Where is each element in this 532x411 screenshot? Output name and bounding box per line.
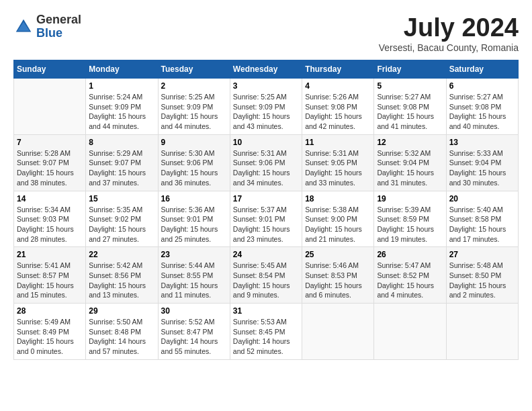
day-info: Sunrise: 5:31 AM Sunset: 9:06 PM Dayligh…: [233, 148, 299, 188]
day-number: 5: [377, 81, 443, 91]
calendar-cell: 7Sunrise: 5:28 AM Sunset: 9:07 PM Daylig…: [14, 134, 86, 191]
calendar-cell: 1Sunrise: 5:24 AM Sunset: 9:09 PM Daylig…: [86, 79, 158, 135]
calendar-cell: 22Sunrise: 5:42 AM Sunset: 8:56 PM Dayli…: [86, 247, 158, 304]
day-number: 25: [305, 250, 371, 259]
day-info: Sunrise: 5:27 AM Sunset: 9:08 PM Dayligh…: [377, 92, 443, 132]
calendar-cell: 2Sunrise: 5:25 AM Sunset: 9:09 PM Daylig…: [158, 79, 230, 135]
day-info: Sunrise: 5:38 AM Sunset: 9:00 PM Dayligh…: [305, 205, 371, 244]
header-day-monday: Monday: [86, 60, 158, 79]
day-info: Sunrise: 5:25 AM Sunset: 9:09 PM Dayligh…: [233, 92, 299, 132]
day-number: 30: [161, 306, 227, 316]
day-number: 26: [377, 250, 443, 259]
calendar-header: SundayMondayTuesdayWednesdayThursdayFrid…: [14, 60, 519, 79]
day-info: Sunrise: 5:25 AM Sunset: 9:09 PM Dayligh…: [161, 92, 227, 132]
calendar-cell: 11Sunrise: 5:31 AM Sunset: 9:05 PM Dayli…: [302, 134, 374, 191]
day-info: Sunrise: 5:29 AM Sunset: 9:07 PM Dayligh…: [89, 148, 154, 188]
calendar-cell: 5Sunrise: 5:27 AM Sunset: 9:08 PM Daylig…: [374, 79, 446, 135]
calendar-cell: 25Sunrise: 5:46 AM Sunset: 8:53 PM Dayli…: [302, 247, 374, 304]
logo: General Blue: [13, 13, 81, 40]
day-info: Sunrise: 5:39 AM Sunset: 8:59 PM Dayligh…: [377, 205, 443, 244]
header-day-thursday: Thursday: [302, 60, 374, 79]
page-container: General Blue July 2024 Versesti, Bacau C…: [13, 13, 519, 360]
week-row-4: 28Sunrise: 5:49 AM Sunset: 8:49 PM Dayli…: [14, 304, 519, 360]
calendar-cell: [302, 304, 374, 360]
calendar-cell: 21Sunrise: 5:41 AM Sunset: 8:57 PM Dayli…: [14, 247, 86, 304]
day-info: Sunrise: 5:24 AM Sunset: 9:09 PM Dayligh…: [89, 92, 154, 132]
calendar-cell: 15Sunrise: 5:35 AM Sunset: 9:02 PM Dayli…: [86, 191, 158, 247]
day-info: Sunrise: 5:28 AM Sunset: 9:07 PM Dayligh…: [17, 148, 83, 188]
subtitle: Versesti, Bacau County, Romania: [379, 42, 519, 53]
main-title: July 2024: [379, 13, 519, 42]
calendar-cell: 4Sunrise: 5:26 AM Sunset: 9:08 PM Daylig…: [302, 79, 374, 135]
day-info: Sunrise: 5:36 AM Sunset: 9:01 PM Dayligh…: [161, 205, 227, 244]
day-number: 22: [89, 250, 154, 259]
day-info: Sunrise: 5:27 AM Sunset: 9:08 PM Dayligh…: [449, 92, 515, 132]
day-info: Sunrise: 5:45 AM Sunset: 8:54 PM Dayligh…: [233, 261, 299, 300]
day-number: 3: [233, 81, 299, 91]
day-number: 9: [161, 138, 227, 147]
logo-general-text: General: [36, 13, 81, 27]
day-info: Sunrise: 5:32 AM Sunset: 9:04 PM Dayligh…: [377, 148, 443, 188]
logo-blue-text: Blue: [36, 27, 81, 40]
day-number: 13: [449, 138, 515, 147]
day-info: Sunrise: 5:35 AM Sunset: 9:02 PM Dayligh…: [89, 205, 154, 244]
day-number: 21: [17, 250, 83, 259]
calendar-cell: 13Sunrise: 5:33 AM Sunset: 9:04 PM Dayli…: [446, 134, 518, 191]
calendar-cell: 31Sunrise: 5:53 AM Sunset: 8:45 PM Dayli…: [230, 304, 302, 360]
calendar-cell: 30Sunrise: 5:52 AM Sunset: 8:47 PM Dayli…: [158, 304, 230, 360]
day-info: Sunrise: 5:41 AM Sunset: 8:57 PM Dayligh…: [17, 261, 83, 300]
calendar-cell: 27Sunrise: 5:48 AM Sunset: 8:50 PM Dayli…: [446, 247, 518, 304]
day-number: 8: [89, 138, 154, 147]
calendar-cell: [374, 304, 446, 360]
calendar-cell: 12Sunrise: 5:32 AM Sunset: 9:04 PM Dayli…: [374, 134, 446, 191]
calendar-cell: 6Sunrise: 5:27 AM Sunset: 9:08 PM Daylig…: [446, 79, 518, 135]
day-info: Sunrise: 5:47 AM Sunset: 8:52 PM Dayligh…: [377, 261, 443, 300]
calendar-cell: [14, 79, 86, 135]
calendar-cell: 14Sunrise: 5:34 AM Sunset: 9:03 PM Dayli…: [14, 191, 86, 247]
calendar-table: SundayMondayTuesdayWednesdayThursdayFrid…: [13, 60, 519, 360]
calendar-cell: 20Sunrise: 5:40 AM Sunset: 8:58 PM Dayli…: [446, 191, 518, 247]
day-info: Sunrise: 5:34 AM Sunset: 9:03 PM Dayligh…: [17, 205, 83, 244]
calendar-cell: [446, 304, 518, 360]
day-number: 4: [305, 81, 371, 91]
calendar-cell: 16Sunrise: 5:36 AM Sunset: 9:01 PM Dayli…: [158, 191, 230, 247]
title-section: July 2024 Versesti, Bacau County, Romani…: [379, 13, 519, 53]
day-number: 10: [233, 138, 299, 147]
day-number: 27: [449, 250, 515, 259]
day-number: 14: [17, 194, 83, 203]
day-number: 12: [377, 138, 443, 147]
day-info: Sunrise: 5:44 AM Sunset: 8:55 PM Dayligh…: [161, 261, 227, 300]
day-number: 17: [233, 194, 299, 203]
calendar-cell: 19Sunrise: 5:39 AM Sunset: 8:59 PM Dayli…: [374, 191, 446, 247]
day-info: Sunrise: 5:37 AM Sunset: 9:01 PM Dayligh…: [233, 205, 299, 244]
day-number: 31: [233, 306, 299, 316]
day-number: 20: [449, 194, 515, 203]
week-row-3: 21Sunrise: 5:41 AM Sunset: 8:57 PM Dayli…: [14, 247, 519, 304]
calendar-cell: 3Sunrise: 5:25 AM Sunset: 9:09 PM Daylig…: [230, 79, 302, 135]
week-row-1: 7Sunrise: 5:28 AM Sunset: 9:07 PM Daylig…: [14, 134, 519, 191]
calendar-cell: 24Sunrise: 5:45 AM Sunset: 8:54 PM Dayli…: [230, 247, 302, 304]
calendar-cell: 10Sunrise: 5:31 AM Sunset: 9:06 PM Dayli…: [230, 134, 302, 191]
day-info: Sunrise: 5:49 AM Sunset: 8:49 PM Dayligh…: [17, 317, 83, 357]
day-number: 15: [89, 194, 154, 203]
header-day-saturday: Saturday: [446, 60, 518, 79]
calendar-cell: 29Sunrise: 5:50 AM Sunset: 8:48 PM Dayli…: [86, 304, 158, 360]
day-info: Sunrise: 5:42 AM Sunset: 8:56 PM Dayligh…: [89, 261, 154, 300]
day-info: Sunrise: 5:33 AM Sunset: 9:04 PM Dayligh…: [449, 148, 515, 188]
day-number: 23: [161, 250, 227, 259]
day-number: 29: [89, 306, 154, 316]
logo-text: General Blue: [36, 13, 81, 40]
calendar-cell: 17Sunrise: 5:37 AM Sunset: 9:01 PM Dayli…: [230, 191, 302, 247]
header-row: SundayMondayTuesdayWednesdayThursdayFrid…: [14, 60, 519, 79]
day-info: Sunrise: 5:46 AM Sunset: 8:53 PM Dayligh…: [305, 261, 371, 300]
calendar-cell: 23Sunrise: 5:44 AM Sunset: 8:55 PM Dayli…: [158, 247, 230, 304]
calendar-cell: 9Sunrise: 5:30 AM Sunset: 9:06 PM Daylig…: [158, 134, 230, 191]
week-row-2: 14Sunrise: 5:34 AM Sunset: 9:03 PM Dayli…: [14, 191, 519, 247]
day-number: 7: [17, 138, 83, 147]
day-number: 11: [305, 138, 371, 147]
day-info: Sunrise: 5:50 AM Sunset: 8:48 PM Dayligh…: [89, 317, 154, 357]
header-day-friday: Friday: [374, 60, 446, 79]
header-day-sunday: Sunday: [14, 60, 86, 79]
day-number: 6: [449, 81, 515, 91]
day-number: 24: [233, 250, 299, 259]
